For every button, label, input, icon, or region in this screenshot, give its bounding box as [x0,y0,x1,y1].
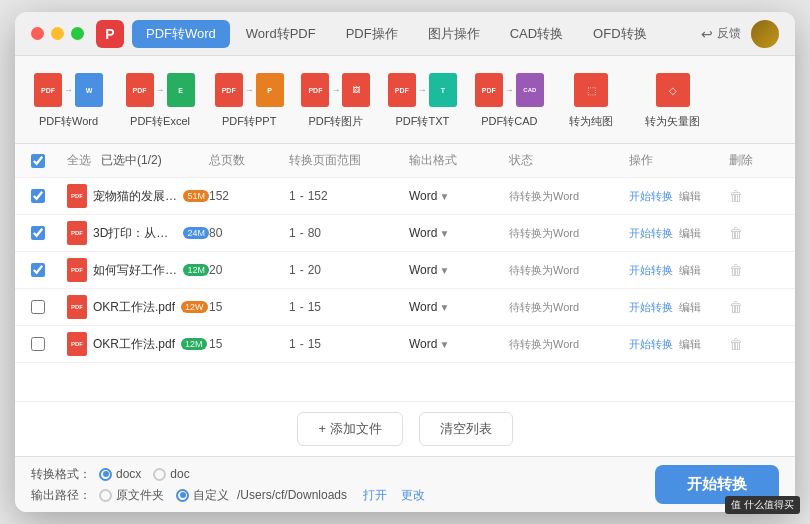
tool-pdf-to-txt[interactable]: PDF → T PDF转TXT [387,66,457,133]
format-doc-option[interactable]: doc [153,467,189,481]
row-checkbox-1[interactable] [31,189,45,203]
file-pdf-icon-1: PDF [67,184,87,208]
action-edit-5[interactable]: 编辑 [679,337,701,352]
tool-label-to-vector: 转为矢量图 [645,114,700,129]
add-file-button[interactable]: + 添加文件 [297,412,402,446]
action-start-5[interactable]: 开始转换 [629,337,673,352]
tool-pdf-to-cad[interactable]: PDF → CAD PDF转CAD [473,66,545,133]
format-radio-group: docx doc [99,467,190,481]
tab-word-to-pdf[interactable]: Word转PDF [232,20,330,48]
tool-pdf-to-excel[interactable]: PDF → E PDF转Excel [122,66,198,133]
header-select-info: 全选 已选中(1/2) [67,152,209,169]
action-edit-2[interactable]: 编辑 [679,226,701,241]
format-select-2[interactable]: Word ▼ [409,226,509,240]
open-link[interactable]: 打开 [363,487,387,504]
file-name-cell-1: PDF 宠物猫的发展简史.pdf 51M [67,184,209,208]
file-name-cell-4: PDF OKR工作法.pdf 12W [67,295,209,319]
tool-icon-to-pure-image: ⬚ [571,70,611,110]
row-checkbox-5[interactable] [31,337,45,351]
tool-label-to-pure-image: 转为纯图 [569,114,613,129]
feedback-button[interactable]: ↩ 反馈 [701,25,741,42]
action-cell-2: 开始转换 编辑 [629,226,729,241]
delete-btn-3[interactable]: 🗑 [729,262,779,278]
row-checkbox-3[interactable] [31,263,45,277]
tool-pdf-to-image[interactable]: PDF → 🖼 PDF转图片 [300,66,371,133]
tool-icon-pdf-to-word: PDF → W [49,70,89,110]
custom-label: 自定义 [193,487,229,504]
titlebar-right: ↩ 反馈 [701,20,779,48]
page-range-3: 1 - 20 [289,263,409,277]
tool-to-pure-image[interactable]: ⬚ 转为纯图 [561,66,621,133]
action-start-3[interactable]: 开始转换 [629,263,673,278]
action-cell-4: 开始转换 编辑 [629,300,729,315]
format-label: 转换格式： [31,466,91,483]
header-page-range: 转换页面范围 [289,152,409,169]
watermark: 值 什么值得买 [725,496,800,514]
format-dropdown-4: ▼ [439,302,449,313]
table-row: PDF OKR工作法.pdf 12M 15 1 - 15 Word ▼ 待转换为… [15,326,795,363]
format-select-3[interactable]: Word ▼ [409,263,509,277]
close-button[interactable] [31,27,44,40]
clear-list-button[interactable]: 清空列表 [419,412,513,446]
action-edit-4[interactable]: 编辑 [679,300,701,315]
tool-label-pdf-to-image: PDF转图片 [308,114,363,129]
tab-pdf-operations[interactable]: PDF操作 [332,20,412,48]
custom-radio [176,489,189,502]
page-range-1: 1 - 152 [289,189,409,203]
source-radio [99,489,112,502]
row-checkbox-4[interactable] [31,300,45,314]
tool-icon-pdf-to-excel: PDF → E [140,70,180,110]
output-label: 输出路径： [31,487,91,504]
tool-to-vector[interactable]: ◇ 转为矢量图 [637,66,708,133]
minimize-button[interactable] [51,27,64,40]
action-cell-3: 开始转换 编辑 [629,263,729,278]
action-edit-1[interactable]: 编辑 [679,189,701,204]
delete-btn-4[interactable]: 🗑 [729,299,779,315]
status-2: 待转换为Word [509,226,629,241]
header-total-pages: 总页数 [209,152,289,169]
maximize-button[interactable] [71,27,84,40]
file-size-4: 12W [181,301,208,313]
tool-icon-to-vector: ◇ [653,70,693,110]
total-pages-1: 152 [209,189,289,203]
delete-btn-5[interactable]: 🗑 [729,336,779,352]
custom-option[interactable]: 自定义 [176,487,229,504]
action-start-2[interactable]: 开始转换 [629,226,673,241]
feedback-icon: ↩ [701,26,713,42]
main-window: P PDF转Word Word转PDF PDF操作 图片操作 CAD转换 OFD… [15,12,795,512]
delete-btn-1[interactable]: 🗑 [729,188,779,204]
tab-cad-convert[interactable]: CAD转换 [496,20,577,48]
select-all-checkbox[interactable] [31,154,45,168]
row-checkbox-2[interactable] [31,226,45,240]
tab-pdf-to-word[interactable]: PDF转Word [132,20,230,48]
action-cell-1: 开始转换 编辑 [629,189,729,204]
nav-tabs: PDF转Word Word转PDF PDF操作 图片操作 CAD转换 OFD转换 [132,20,701,48]
action-edit-3[interactable]: 编辑 [679,263,701,278]
action-start-1[interactable]: 开始转换 [629,189,673,204]
tool-label-pdf-to-cad: PDF转CAD [481,114,537,129]
format-select-1[interactable]: Word ▼ [409,189,509,203]
tool-icon-pdf-to-image: PDF → 🖼 [316,70,356,110]
file-size-1: 51M [183,190,209,202]
format-select-4[interactable]: Word ▼ [409,300,509,314]
tab-ofd-convert[interactable]: OFD转换 [579,20,660,48]
table-row: PDF OKR工作法.pdf 12W 15 1 - 15 Word ▼ 待转换为… [15,289,795,326]
file-pdf-icon-2: PDF [67,221,87,245]
avatar[interactable] [751,20,779,48]
format-select-5[interactable]: Word ▼ [409,337,509,351]
status-5: 待转换为Word [509,337,629,352]
status-4: 待转换为Word [509,300,629,315]
change-link[interactable]: 更改 [401,487,425,504]
tool-pdf-to-word[interactable]: PDF → W PDF转Word [31,66,106,133]
file-size-3: 12M [183,264,209,276]
tab-image-operations[interactable]: 图片操作 [414,20,494,48]
file-name-4: OKR工作法.pdf [93,299,175,316]
source-folder-option[interactable]: 原文件夹 [99,487,164,504]
delete-btn-2[interactable]: 🗑 [729,225,779,241]
doc-radio [153,468,166,481]
format-docx-option[interactable]: docx [99,467,141,481]
tool-pdf-to-ppt[interactable]: PDF → P PDF转PPT [214,66,284,133]
output-path: /Users/cf/Downloads [237,488,347,502]
status-1: 待转换为Word [509,189,629,204]
action-start-4[interactable]: 开始转换 [629,300,673,315]
